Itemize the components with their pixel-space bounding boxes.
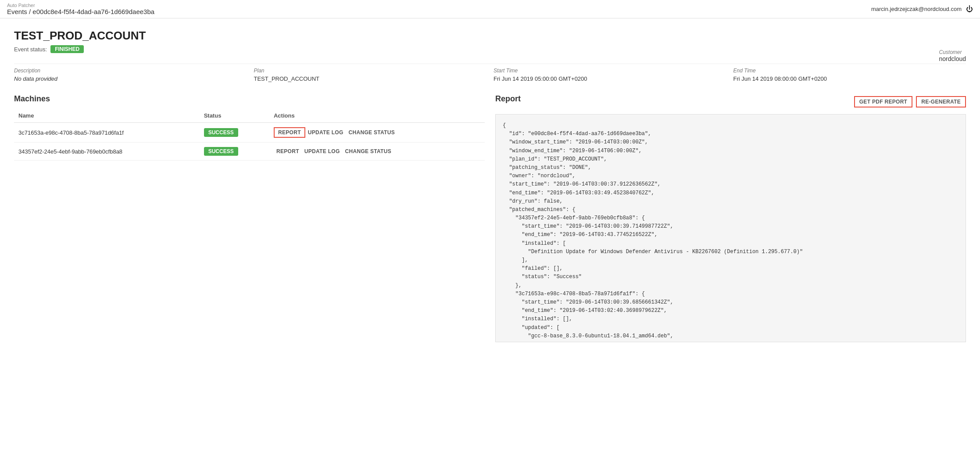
meta-plan: Plan TEST_PROD_ACCOUNT	[254, 68, 487, 82]
machines-table-header: Name Status Actions	[14, 109, 485, 123]
machine-status: SUCCESS	[200, 143, 269, 161]
machine-actions: REPORTUPDATE LOGCHANGE STATUS	[269, 143, 485, 161]
col-name: Name	[14, 109, 200, 123]
plan-value: TEST_PROD_ACCOUNT	[254, 75, 320, 82]
report-header: Report GET PDF REPORT RE-GENERATE	[495, 94, 966, 109]
page-title: TEST_PROD_ACCOUNT	[14, 29, 966, 43]
description-value: No data provided	[14, 75, 57, 82]
machines-panel-title: Machines	[14, 94, 485, 104]
machines-panel: Machines Name Status Actions 3c71653a-e9…	[14, 94, 485, 342]
report-actions: GET PDF REPORT RE-GENERATE	[854, 96, 966, 107]
machine-status: SUCCESS	[200, 123, 269, 143]
update-log-button[interactable]: UPDATE LOG	[302, 147, 343, 156]
customer-info: Customer nordcloud	[939, 49, 966, 62]
customer-label: Customer	[939, 49, 966, 55]
topbar-right: marcin.jedrzejczak@nordcloud.com ⏻	[871, 5, 973, 13]
app-name: Auto Patcher	[7, 3, 154, 8]
header-section: TEST_PROD_ACCOUNT Event status: FINISHED	[14, 29, 966, 53]
table-row: 3c71653a-e98c-4708-8ba5-78a971d6fa1fSUCC…	[14, 123, 485, 143]
end-time-label: End Time	[733, 68, 966, 74]
machine-name: 3c71653a-e98c-4708-8ba5-78a971d6fa1f	[14, 123, 200, 143]
customer-name: nordcloud	[939, 55, 966, 62]
report-panel-title: Report	[495, 94, 521, 104]
two-col-layout: Machines Name Status Actions 3c71653a-e9…	[14, 94, 966, 342]
topbar: Auto Patcher Events / e00dc8e4-f5f4-4dad…	[0, 0, 980, 18]
topbar-left: Auto Patcher Events / e00dc8e4-f5f4-4dad…	[7, 3, 154, 15]
update-log-button[interactable]: UPDATE LOG	[305, 128, 346, 137]
meta-row: Description No data provided Plan TEST_P…	[14, 64, 966, 82]
event-status-row: Event status: FINISHED	[14, 45, 966, 53]
event-status-label: Event status:	[14, 46, 47, 53]
plan-label: Plan	[254, 68, 487, 74]
report-button[interactable]: REPORT	[274, 127, 305, 138]
meta-end-time: End Time Fri Jun 14 2019 08:00:00 GMT+02…	[733, 68, 966, 82]
power-icon[interactable]: ⏻	[966, 5, 973, 13]
col-status: Status	[200, 109, 269, 123]
status-badge: SUCCESS	[204, 128, 238, 137]
report-button[interactable]: REPORT	[274, 147, 302, 156]
report-code: { "id": "e00dc8e4-f5f4-4dad-aa76-1d669da…	[495, 114, 966, 342]
breadcrumb: Events / e00dc8e4-f5f4-4dad-aa76-1d669da…	[7, 8, 154, 15]
meta-description: Description No data provided	[14, 68, 247, 82]
user-email: marcin.jedrzejczak@nordcloud.com	[871, 6, 962, 12]
col-actions: Actions	[269, 109, 485, 123]
change-status-button[interactable]: CHANGE STATUS	[346, 128, 397, 137]
get-pdf-report-button[interactable]: GET PDF REPORT	[854, 96, 913, 107]
machines-table: Name Status Actions 3c71653a-e98c-4708-8…	[14, 109, 485, 161]
start-time-value: Fri Jun 14 2019 05:00:00 GMT+0200	[494, 75, 587, 82]
end-time-value: Fri Jun 14 2019 08:00:00 GMT+0200	[733, 75, 827, 82]
description-label: Description	[14, 68, 247, 74]
start-time-label: Start Time	[494, 68, 726, 74]
table-row: 34357ef2-24e5-4ebf-9abb-769eb0cfb8a8SUCC…	[14, 143, 485, 161]
machine-name: 34357ef2-24e5-4ebf-9abb-769eb0cfb8a8	[14, 143, 200, 161]
status-badge: FINISHED	[50, 45, 84, 53]
machine-actions: REPORTUPDATE LOGCHANGE STATUS	[269, 123, 485, 143]
re-generate-button[interactable]: RE-GENERATE	[916, 96, 966, 107]
meta-start-time: Start Time Fri Jun 14 2019 05:00:00 GMT+…	[494, 68, 726, 82]
change-status-button[interactable]: CHANGE STATUS	[343, 147, 394, 156]
status-badge: SUCCESS	[204, 147, 238, 156]
report-panel: Report GET PDF REPORT RE-GENERATE { "id"…	[495, 94, 966, 342]
